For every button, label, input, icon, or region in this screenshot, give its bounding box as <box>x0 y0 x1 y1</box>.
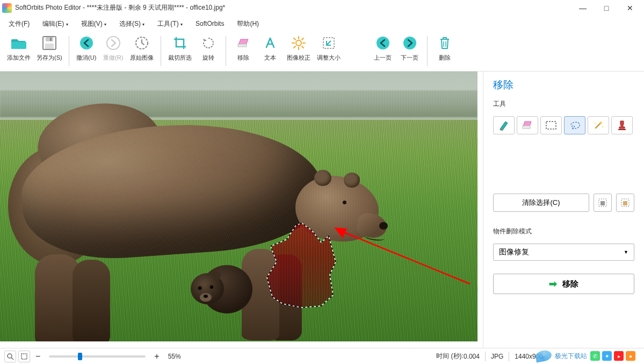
svg-rect-28 <box>618 129 626 130</box>
lasso-tool[interactable] <box>564 116 585 134</box>
undo-button[interactable]: 撤消(U) <box>74 33 99 71</box>
window-title: SoftOrbits Photo Editor - ****未注册版 - 剩余 … <box>15 3 571 12</box>
svg-point-27 <box>602 126 603 127</box>
svg-point-18 <box>377 37 389 49</box>
svg-rect-1 <box>46 37 53 41</box>
load-selection-button[interactable] <box>616 194 634 212</box>
chevron-down-icon: ▼ <box>624 249 628 255</box>
svg-line-13 <box>294 38 295 40</box>
text-button[interactable]: 文本 <box>257 33 283 71</box>
watermark: 极光下载站 ✆ ✦ ▸ ● <box>536 351 635 361</box>
mode-label: 物件删除模式 <box>493 227 634 236</box>
rotate-button[interactable]: 旋转 <box>196 33 221 71</box>
svg-point-8 <box>296 40 301 46</box>
svg-line-14 <box>302 46 303 48</box>
zoom-slider[interactable] <box>49 355 146 358</box>
rect-select-tool[interactable] <box>540 116 562 134</box>
save-selection-button[interactable] <box>594 194 612 212</box>
stamp-tool[interactable] <box>611 116 633 134</box>
image-content <box>0 72 477 341</box>
zoom-fit-button[interactable] <box>4 351 16 362</box>
brightness-icon <box>291 35 306 51</box>
zoom-in-button[interactable]: + <box>151 352 162 361</box>
delete-button[interactable]: 删除 <box>432 33 458 71</box>
clear-selection-button[interactable]: 清除选择(C) <box>493 194 589 212</box>
crop-button[interactable]: 裁切所选 <box>165 33 194 71</box>
canvas[interactable] <box>0 72 483 348</box>
next-button[interactable]: 下一页 <box>397 33 423 71</box>
menu-edit[interactable]: 编辑(E) ▾ <box>38 17 72 31</box>
prev-icon <box>375 35 390 51</box>
svg-rect-7 <box>238 44 247 47</box>
svg-point-26 <box>595 123 596 124</box>
history-icon <box>134 35 149 51</box>
remove-action-button[interactable]: ➡ 移除 <box>493 274 634 294</box>
svg-rect-24 <box>523 126 530 129</box>
side-panel: 移除 工具 清除选择(C) 物件删除模式 图像修复 ▼ ➡ 移除 <box>483 72 644 348</box>
menu-help[interactable]: 帮助(H) <box>233 17 263 31</box>
maximize-button[interactable]: □ <box>595 0 618 16</box>
resize-icon <box>321 35 336 51</box>
folder-icon <box>11 35 26 51</box>
svg-point-32 <box>8 354 12 358</box>
eraser-icon <box>236 35 251 51</box>
trash-icon <box>437 35 452 51</box>
zoom-actual-button[interactable] <box>18 351 30 362</box>
app-icon <box>2 3 12 13</box>
svg-point-5 <box>107 37 120 49</box>
svg-rect-25 <box>546 122 556 129</box>
correction-button[interactable]: 图像校正 <box>284 33 313 71</box>
menu-select[interactable]: 选择(S) ▾ <box>115 17 149 31</box>
redo-button: 重做(R) <box>100 33 126 71</box>
redo-icon <box>106 35 121 51</box>
time-label: 时间 (秒): <box>436 352 464 361</box>
menu-tools[interactable]: 工具(T) ▾ <box>153 17 187 31</box>
rotate-icon <box>201 35 216 51</box>
menu-file[interactable]: 文件(F) <box>4 17 34 31</box>
mode-select[interactable]: 图像修复 ▼ <box>493 244 634 261</box>
svg-line-33 <box>11 358 13 360</box>
crop-icon <box>172 35 187 51</box>
panel-title: 移除 <box>493 78 634 92</box>
format-value: JPG <box>491 353 503 360</box>
resize-button[interactable]: 调整大小 <box>314 33 343 71</box>
next-icon <box>402 35 417 51</box>
selection-region[interactable] <box>267 221 339 307</box>
svg-rect-34 <box>21 354 27 359</box>
menu-bar: 文件(F) 编辑(E) ▾ 视图(V) ▾ 选择(S) ▾ 工具(T) ▾ So… <box>0 16 644 31</box>
svg-rect-30 <box>600 201 605 205</box>
original-button[interactable]: 原始图像 <box>127 33 156 71</box>
svg-rect-2 <box>50 38 52 41</box>
work-area: 移除 工具 清除选择(C) 物件删除模式 图像修复 ▼ ➡ 移除 <box>0 72 644 348</box>
prev-button[interactable]: 上一页 <box>370 33 396 71</box>
add-files-button[interactable]: 添加文件 <box>4 33 33 71</box>
eraser-tool[interactable] <box>517 116 538 134</box>
save-as-button[interactable]: 另存为(S) <box>34 33 64 71</box>
tools-label: 工具 <box>493 99 634 109</box>
save-icon <box>42 35 57 51</box>
svg-point-4 <box>80 37 93 49</box>
menu-softorbits[interactable]: SoftOrbits <box>191 18 228 30</box>
svg-rect-3 <box>45 44 54 49</box>
tool-palette <box>493 116 634 134</box>
time-value: 0.004 <box>464 353 480 360</box>
status-bar: − + 55% 时间 (秒): 0.004 JPG 1440x900 极光下载站… <box>0 348 644 364</box>
title-bar: SoftOrbits Photo Editor - ****未注册版 - 剩余 … <box>0 0 644 16</box>
zoom-out-button[interactable]: − <box>32 352 44 361</box>
zoom-value: 55% <box>168 353 181 360</box>
undo-icon <box>79 35 94 51</box>
minimize-button[interactable]: — <box>571 0 595 16</box>
svg-point-19 <box>403 37 416 49</box>
toolbar: 添加文件 另存为(S) 撤消(U) 重做(R) 原始图像 裁切所选 旋转 <box>0 31 644 72</box>
remove-button[interactable]: 移除 <box>230 33 256 71</box>
wand-tool[interactable] <box>588 116 609 134</box>
menu-view[interactable]: 视图(V) ▾ <box>77 17 111 31</box>
svg-line-15 <box>294 46 295 48</box>
close-button[interactable]: ✕ <box>618 0 642 16</box>
svg-line-16 <box>302 38 303 40</box>
text-icon <box>263 35 278 51</box>
marker-tool[interactable] <box>493 116 515 134</box>
arrow-right-icon: ➡ <box>549 278 557 290</box>
